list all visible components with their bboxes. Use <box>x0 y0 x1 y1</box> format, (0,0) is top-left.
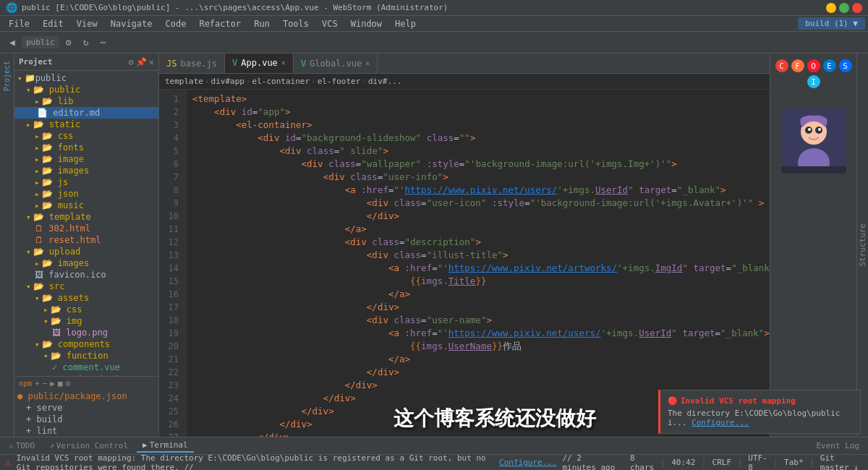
tree-item-assets[interactable]: ▾ 📂 assets <box>14 292 158 304</box>
tree-item-upload[interactable]: ▾ 📂 upload <box>14 246 158 257</box>
code-line-2: <div id="app"> <box>192 106 764 119</box>
menu-item-navigate[interactable]: Navigate <box>105 17 158 30</box>
tab-close-btn[interactable]: ✕ <box>365 59 370 67</box>
menu-item-vcs[interactable]: VCS <box>316 17 344 30</box>
tree-item-css-assets[interactable]: ▸ 📂 css <box>14 304 158 315</box>
code-line-12: <div class="description"> <box>192 236 764 249</box>
tree-item-components[interactable]: ▾ 📂 components <box>14 338 158 350</box>
folder-icon: ▸ <box>35 259 40 268</box>
notif-configure-link[interactable]: Configure... <box>692 418 749 427</box>
settings-btn[interactable]: ⚙ <box>61 35 77 51</box>
tree-item-function[interactable]: ▾ 📂 function <box>14 350 158 362</box>
menu-item-code[interactable]: Code <box>160 17 192 30</box>
sync-btn[interactable]: ↻ <box>78 35 94 51</box>
svg-point-5 <box>808 128 811 131</box>
tree-item-json[interactable]: ▸ 📂 json <box>14 188 158 200</box>
tree-item-fonts[interactable]: ▸ 📂 fonts <box>14 142 158 153</box>
npm-package-json[interactable]: ● public/package.json <box>14 390 158 402</box>
tree-label: 📂 assets <box>42 293 90 303</box>
tree-item-img[interactable]: ▾ 📂 img <box>14 315 158 327</box>
code-line-5: <div class=" slide"> <box>192 145 764 158</box>
menu-item-window[interactable]: Window <box>345 17 388 30</box>
project-label[interactable]: public <box>22 36 59 48</box>
sidebar-settings-icon[interactable]: ⚙ <box>129 57 134 67</box>
tree-item-lib[interactable]: ▸ 📂 lib <box>14 95 158 107</box>
status-configure-link[interactable]: Configure... <box>499 458 556 467</box>
edge-icon[interactable]: E <box>823 59 836 72</box>
safari-icon[interactable]: S <box>839 59 852 72</box>
firefox-icon[interactable]: F <box>791 59 804 72</box>
minimize-btn[interactable] <box>826 3 836 13</box>
tree-item-logopng[interactable]: 🖼 logo.png <box>14 327 158 338</box>
tab-appvue[interactable]: V App.vue ✕ <box>225 54 294 74</box>
menu-item-file[interactable]: File <box>3 17 35 30</box>
file-tree: ▾ 📁 public ▾ 📂 public ▸ 📂 lib 📄 editor.m… <box>14 71 158 376</box>
tree-item-src[interactable]: ▾ 📂 src <box>14 281 158 292</box>
tree-item-editor-md[interactable]: 📄 editor.md <box>14 107 158 119</box>
tab-globalvue[interactable]: V Global.vue ✕ <box>294 54 378 74</box>
back-btn[interactable]: ◀ <box>4 35 20 51</box>
tree-item-comment[interactable]: ✓ comment.vue <box>14 362 158 373</box>
maximize-btn[interactable] <box>839 3 849 13</box>
npm-plus-icon[interactable]: + <box>35 379 40 388</box>
code-line-8: <a :href="'https://www.pixiv.net/users/'… <box>192 184 764 197</box>
line-num-27: 27 <box>159 431 183 437</box>
status-git[interactable]: Git master ↓ <box>820 453 862 471</box>
breadcrumb-elfooter[interactable]: el-footer <box>318 77 361 86</box>
tree-item-resethtml[interactable]: 🗒 reset.html <box>14 234 158 246</box>
tree-item-images-static[interactable]: ▸ 📂 images <box>14 165 158 176</box>
menu-item-help[interactable]: Help <box>389 17 422 30</box>
vtab-project[interactable]: Project <box>1 56 12 95</box>
folder-icon: ▾ <box>43 317 48 326</box>
breadcrumb-template[interactable]: template <box>165 77 203 86</box>
sidebar-header: Project ⚙ 📌 ✕ <box>14 54 158 71</box>
menu-item-edit[interactable]: Edit <box>37 17 69 30</box>
line-num-14: 14 <box>159 262 183 275</box>
breadcrumb-elcontainer[interactable]: el-container <box>252 77 310 86</box>
tree-item-js[interactable]: ▸ 📂 js <box>14 176 158 188</box>
menu-item-tools[interactable]: Tools <box>277 17 315 30</box>
npm-minus-icon[interactable]: − <box>43 379 48 388</box>
tree-item-music[interactable]: ▸ 📂 music <box>14 200 158 211</box>
run-button[interactable]: build (1) ▼ <box>798 17 865 30</box>
npm-settings-icon[interactable]: ⚙ <box>66 379 71 388</box>
menu-item-refactor[interactable]: Refactor <box>193 17 247 30</box>
menu-item-run[interactable]: Run <box>248 17 276 30</box>
code-content[interactable]: <template> <div id="app"> <el-container>… <box>187 90 770 437</box>
tree-item-images-upload[interactable]: ▸ 📂 images <box>14 257 158 269</box>
tree-item-css[interactable]: ▸ 📂 css <box>14 130 158 142</box>
tab-event-log[interactable]: Event Log <box>810 440 865 452</box>
breadcrumb-divhash[interactable]: div#... <box>368 77 401 86</box>
chrome-icon[interactable]: C <box>775 59 788 72</box>
tab-todo[interactable]: ⚠ TODO <box>3 440 41 452</box>
structure-label[interactable]: Structure <box>858 221 867 270</box>
npm-serve[interactable]: + serve <box>14 402 158 414</box>
tree-label: 🖼 logo.png <box>52 328 108 338</box>
right-panel: C F O E S I <box>770 54 856 437</box>
tree-item-static[interactable]: ▸ 📂 static <box>14 119 158 130</box>
tab-terminal[interactable]: ▶ Terminal <box>137 439 194 453</box>
tree-item-template[interactable]: ▾ 📂 template <box>14 211 158 223</box>
line-num-3: 3 <box>159 119 183 132</box>
close-btn[interactable] <box>852 3 862 13</box>
menu-item-view[interactable]: View <box>71 17 103 30</box>
more-btn[interactable]: ⋯ <box>95 35 111 51</box>
tab-basejs[interactable]: JS base.js <box>159 54 225 74</box>
npm-stop-icon[interactable]: ■ <box>58 379 63 388</box>
breadcrumb-divapp[interactable]: div#app <box>211 77 244 86</box>
tab-version-control[interactable]: ↗ Version Control <box>43 440 134 452</box>
tab-close-btn[interactable]: ✕ <box>281 59 286 67</box>
tree-item-302html[interactable]: 🗒 302.html <box>14 223 158 234</box>
npm-build[interactable]: + build <box>14 414 158 425</box>
sidebar-close-icon[interactable]: ✕ <box>149 57 154 67</box>
code-line-15: {{imgs.Title}} <box>192 275 764 288</box>
npm-run-icon[interactable]: ▶ <box>50 379 55 388</box>
sidebar-pin-icon[interactable]: 📌 <box>136 57 147 67</box>
tree-item-favicon[interactable]: 🖼 favicon.ico <box>14 269 158 281</box>
npm-lint[interactable]: + lint <box>14 425 158 437</box>
tree-item-public-root[interactable]: ▾ 📁 public <box>14 72 158 84</box>
tree-item-image[interactable]: ▸ 📂 image <box>14 153 158 165</box>
tree-item-public-sub[interactable]: ▾ 📂 public <box>14 84 158 95</box>
ie-icon[interactable]: I <box>807 75 820 88</box>
opera-icon[interactable]: O <box>807 59 820 72</box>
